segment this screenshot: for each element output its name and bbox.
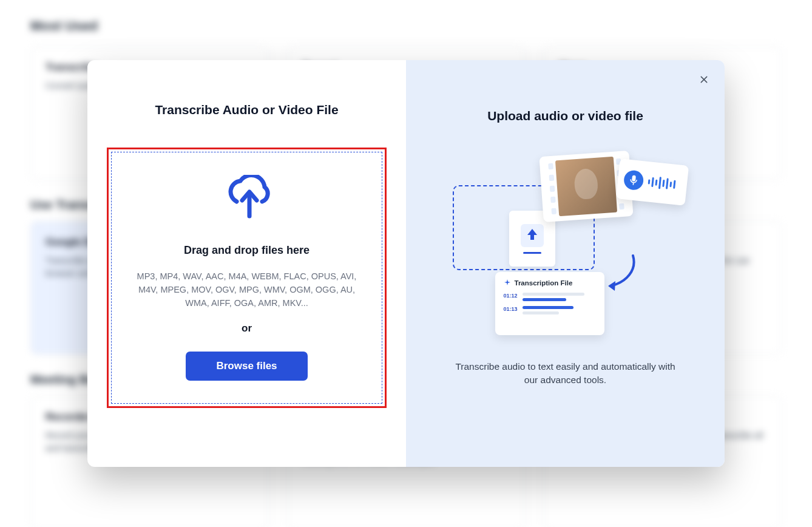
modal-right-pane: Upload audio or video file — [406, 60, 725, 467]
svg-marker-3 — [527, 229, 537, 240]
transcription-file-label: Transcription File — [515, 279, 573, 287]
illustration-transcription-card: Transcription File 01:12 01:13 — [495, 272, 604, 335]
svg-marker-6 — [608, 281, 615, 291]
drop-zone-title: Drag and drop files here — [184, 244, 310, 257]
file-drop-zone[interactable]: Drag and drop files here MP3, MP4, WAV, … — [111, 152, 382, 404]
upload-illustration: Transcription File 01:12 01:13 — [450, 154, 681, 342]
transcription-timestamp: 01:13 — [504, 306, 518, 312]
browse-files-button[interactable]: Browse files — [186, 352, 307, 381]
microphone-icon — [623, 169, 644, 191]
right-pane-description: Transcribe audio to text easily and auto… — [450, 360, 681, 387]
right-pane-title: Upload audio or video file — [487, 109, 643, 123]
modal-left-pane: Transcribe Audio or Video File Drag and … — [87, 60, 406, 467]
curved-arrow-icon — [606, 253, 642, 296]
modal-overlay: Transcribe Audio or Video File Drag and … — [0, 0, 812, 527]
sparkle-icon — [504, 279, 511, 287]
modal-title: Transcribe Audio or Video File — [155, 103, 338, 117]
close-icon — [699, 75, 709, 84]
illustration-audio-card — [615, 158, 688, 206]
upload-arrow-icon — [526, 229, 538, 242]
transcription-timestamp: 01:12 — [504, 293, 518, 299]
or-separator: or — [242, 322, 252, 335]
highlight-box: Drag and drop files here MP3, MP4, WAV, … — [107, 148, 387, 408]
close-button[interactable] — [695, 71, 712, 88]
cloud-upload-icon — [222, 175, 272, 223]
upload-modal: Transcribe Audio or Video File Drag and … — [87, 60, 725, 467]
svg-rect-4 — [631, 175, 635, 182]
supported-formats: MP3, MP4, WAV, AAC, M4A, WEBM, FLAC, OPU… — [129, 270, 365, 310]
waveform-icon — [647, 175, 675, 191]
